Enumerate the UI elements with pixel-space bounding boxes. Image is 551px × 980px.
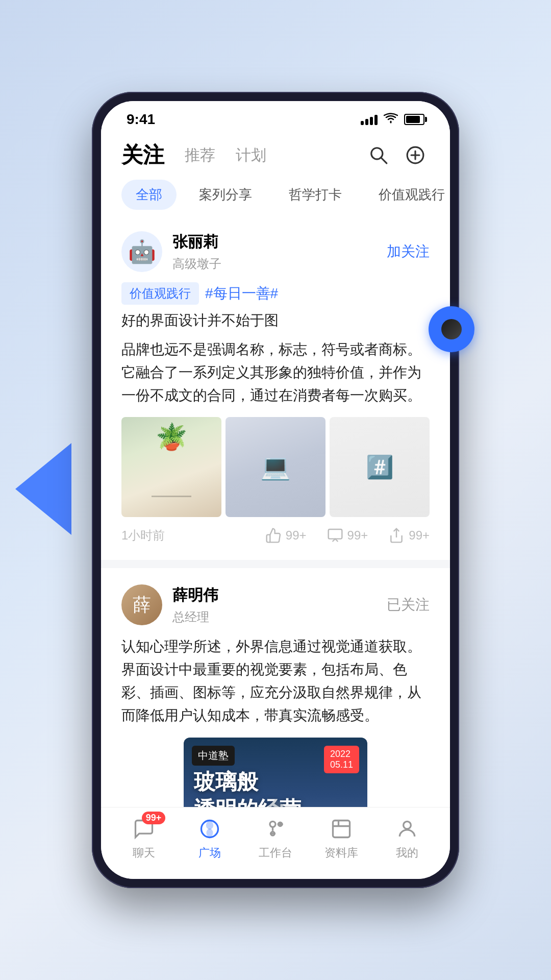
svg-marker-0: [15, 443, 71, 535]
tag-hash-1[interactable]: #每日一善#: [205, 284, 278, 303]
svg-point-9: [270, 821, 276, 827]
signal-icon: [361, 114, 378, 125]
bottom-navigation: 99+ 聊天 广场: [101, 807, 450, 879]
post-header-2: 薛 薛明伟 总经理 已关注: [121, 584, 430, 625]
phone-screen: 9:41: [101, 101, 450, 879]
top-navigation: 关注 推荐 计划: [101, 133, 450, 175]
author-name-2: 薛明伟: [172, 585, 387, 606]
nav-item-plaza[interactable]: 广场: [177, 816, 243, 861]
filter-tab-case[interactable]: 案列分享: [185, 180, 266, 210]
post-text-1: 品牌也远不是强调名称，标志，符号或者商标。它融合了一系列定义其形象的独特价值，并…: [121, 338, 430, 407]
like-count-1: 99+: [286, 528, 307, 543]
share-button-1[interactable]: 99+: [388, 527, 430, 544]
post-card-1: 🤖 张丽莉 高级墩子 加关注 价值观践行 #每日一善# 好的界面设计并不始于图 …: [101, 215, 450, 560]
author-name-1: 张丽莉: [172, 232, 387, 253]
filter-tabs: 全部 案列分享 哲学打卡 价值观践行 贝: [101, 175, 450, 215]
nav-label-chat: 聊天: [133, 845, 155, 861]
comment-count-1: 99+: [347, 528, 368, 543]
nav-item-workbench[interactable]: 工作台: [243, 816, 309, 861]
share-count-1: 99+: [409, 528, 430, 543]
avatar-1: 🤖: [121, 231, 162, 272]
filter-tab-philosophy[interactable]: 哲学打卡: [274, 180, 356, 210]
svg-line-2: [381, 158, 387, 163]
battery-icon: [404, 114, 424, 125]
phone-frame: 9:41: [92, 92, 459, 888]
filter-tab-all[interactable]: 全部: [121, 180, 177, 210]
nav-label-profile: 我的: [396, 845, 418, 861]
nav-item-profile[interactable]: 我的: [374, 816, 440, 861]
author-info-1: 张丽莉 高级墩子: [172, 232, 387, 272]
like-button-1[interactable]: 99+: [265, 527, 307, 544]
status-bar: 9:41: [101, 101, 450, 133]
author-title-2: 总经理: [172, 609, 387, 625]
nav-tab-plan[interactable]: 计划: [236, 145, 266, 166]
background-arrow: [5, 443, 77, 537]
follow-button-1[interactable]: 加关注: [387, 242, 430, 261]
nav-label-library: 资料库: [324, 845, 358, 861]
chat-badge: 99+: [142, 812, 166, 824]
post-time-1: 1小时前: [121, 527, 245, 544]
author-title-1: 高级墩子: [172, 256, 387, 272]
profile-icon: [394, 816, 420, 842]
content-area: 🤖 张丽莉 高级墩子 加关注 价值观践行 #每日一善# 好的界面设计并不始于图 …: [101, 215, 450, 829]
tag-badge-1[interactable]: 价值观践行: [121, 282, 199, 305]
svg-rect-6: [328, 529, 342, 539]
image-badge-left-2: 中道塾: [192, 746, 235, 766]
chat-icon: 99+: [131, 816, 157, 842]
author-info-2: 薛明伟 总经理: [172, 585, 387, 625]
filter-tab-values[interactable]: 价值观践行: [364, 180, 450, 210]
nav-item-library[interactable]: 资料库: [308, 816, 374, 861]
workbench-icon: [262, 816, 289, 842]
status-time: 9:41: [127, 111, 155, 128]
comment-button-1[interactable]: 99+: [327, 527, 368, 544]
wifi-icon: [384, 112, 398, 127]
image-badge-right-2: 202205.11: [324, 746, 359, 773]
post-image-1-2[interactable]: [226, 417, 325, 517]
post-header-1: 🤖 张丽莉 高级墩子 加关注: [121, 231, 430, 272]
post-card-2: 薛 薛明伟 总经理 已关注 认知心理学所述，外界信息通过视觉通道获取。界面设计中…: [101, 568, 450, 829]
floating-record-button[interactable]: [429, 306, 474, 352]
post-footer-1: 1小时前 99+ 99+: [121, 527, 430, 544]
nav-tab-recommend[interactable]: 推荐: [185, 145, 215, 166]
add-button[interactable]: [401, 141, 430, 169]
avatar-2: 薛: [121, 584, 162, 625]
post-tag-text-1: 好的界面设计并不始于图: [121, 311, 279, 330]
floating-btn-inner: [441, 319, 462, 339]
follow-button-2[interactable]: 已关注: [387, 595, 430, 615]
nav-label-plaza: 广场: [198, 845, 221, 861]
search-button[interactable]: [364, 141, 393, 169]
post-image-1-1[interactable]: [121, 417, 221, 517]
nav-label-workbench: 工作台: [259, 845, 292, 861]
svg-point-15: [403, 821, 411, 829]
post-tags-1: 价值观践行 #每日一善# 好的界面设计并不始于图: [121, 282, 430, 330]
post-image-1-3[interactable]: [330, 417, 430, 517]
library-icon: [328, 816, 355, 842]
svg-rect-12: [333, 821, 349, 838]
post-text-2: 认知心理学所述，外界信息通过视觉通道获取。界面设计中最重要的视觉要素，包括布局、…: [121, 635, 430, 727]
plaza-icon: [196, 816, 223, 842]
nav-item-chat[interactable]: 99+ 聊天: [111, 816, 177, 861]
status-icons: [361, 112, 424, 127]
nav-tab-active[interactable]: 关注: [121, 141, 164, 169]
image-grid-1: [121, 417, 430, 517]
